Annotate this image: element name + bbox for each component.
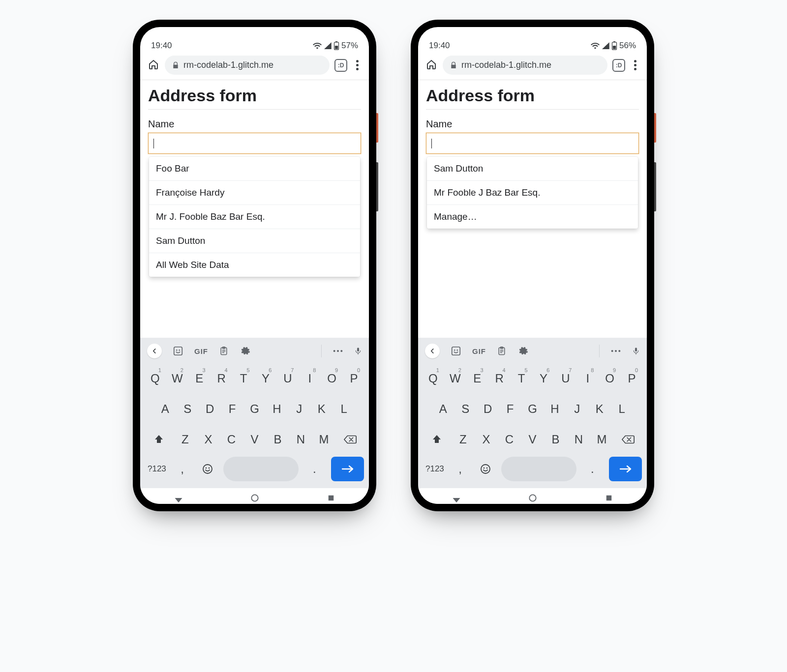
key-S[interactable]: S xyxy=(455,396,475,422)
enter-key[interactable] xyxy=(609,457,642,481)
key-I[interactable]: 8I xyxy=(577,365,598,392)
key-Q[interactable]: 1Q xyxy=(423,365,443,392)
key-J[interactable]: J xyxy=(567,396,587,422)
key-B[interactable]: B xyxy=(545,426,566,453)
more-icon[interactable] xyxy=(610,349,621,353)
symbols-key[interactable]: ?123 xyxy=(145,457,169,481)
nav-home-icon[interactable] xyxy=(528,493,538,503)
key-C[interactable]: C xyxy=(221,426,242,453)
autofill-option[interactable]: Mr Fooble J Baz Bar Esq. xyxy=(427,181,638,205)
key-F[interactable]: F xyxy=(500,396,520,422)
autofill-option[interactable]: Sam Dutton xyxy=(427,157,638,181)
key-L[interactable]: L xyxy=(612,396,632,422)
key-V[interactable]: V xyxy=(522,426,543,453)
key-B[interactable]: B xyxy=(267,426,288,453)
key-D[interactable]: D xyxy=(200,396,220,422)
key-O[interactable]: 9O xyxy=(600,365,620,392)
key-D[interactable]: D xyxy=(478,396,498,422)
address-bar[interactable]: rm-codelab-1.glitch.me xyxy=(443,56,607,75)
autofill-option[interactable]: Foo Bar xyxy=(149,157,360,181)
key-C[interactable]: C xyxy=(499,426,520,453)
key-V[interactable]: V xyxy=(244,426,265,453)
gif-button[interactable]: GIF xyxy=(472,347,486,355)
key-N[interactable]: N xyxy=(290,426,311,453)
key-K[interactable]: K xyxy=(311,396,332,422)
key-Y[interactable]: 6Y xyxy=(534,365,554,392)
key-U[interactable]: 7U xyxy=(555,365,575,392)
key-K[interactable]: K xyxy=(589,396,609,422)
tab-switcher[interactable]: :D xyxy=(334,59,347,72)
more-icon[interactable] xyxy=(333,349,343,353)
backspace-key[interactable] xyxy=(614,426,642,453)
shift-key[interactable] xyxy=(145,426,173,453)
enter-key[interactable] xyxy=(331,457,364,481)
period-key[interactable]: . xyxy=(303,457,326,481)
kb-collapse-icon[interactable] xyxy=(147,344,162,358)
gif-button[interactable]: GIF xyxy=(194,347,208,355)
key-O[interactable]: 9O xyxy=(322,365,342,392)
home-button[interactable] xyxy=(147,58,160,72)
power-button[interactable] xyxy=(654,113,656,143)
address-bar[interactable]: rm-codelab-1.glitch.me xyxy=(165,56,330,75)
key-Z[interactable]: Z xyxy=(453,426,474,453)
mic-icon[interactable] xyxy=(632,346,640,356)
volume-button[interactable] xyxy=(376,162,378,211)
space-key[interactable] xyxy=(223,457,299,481)
overflow-menu[interactable] xyxy=(630,60,640,70)
key-T[interactable]: 5T xyxy=(512,365,532,392)
autofill-option[interactable]: Mr J. Fooble Baz Bar Esq. xyxy=(149,205,360,229)
autofill-option[interactable]: Manage… xyxy=(427,205,638,229)
key-U[interactable]: 7U xyxy=(277,365,298,392)
key-G[interactable]: G xyxy=(244,396,265,422)
key-W[interactable]: 2W xyxy=(167,365,187,392)
comma-key[interactable]: , xyxy=(449,457,472,481)
period-key[interactable]: . xyxy=(580,457,604,481)
key-L[interactable]: L xyxy=(334,396,354,422)
key-N[interactable]: N xyxy=(568,426,589,453)
volume-button[interactable] xyxy=(654,162,656,211)
key-H[interactable]: H xyxy=(545,396,565,422)
name-input[interactable] xyxy=(148,133,361,154)
key-A[interactable]: A xyxy=(155,396,175,422)
key-Y[interactable]: 6Y xyxy=(256,365,276,392)
key-Z[interactable]: Z xyxy=(175,426,196,453)
key-E[interactable]: 3E xyxy=(467,365,487,392)
gear-icon[interactable] xyxy=(517,346,528,356)
key-R[interactable]: 4R xyxy=(212,365,232,392)
sticker-icon[interactable] xyxy=(451,346,461,356)
backspace-key[interactable] xyxy=(336,426,364,453)
autofill-option[interactable]: All Web Site Data xyxy=(149,253,360,277)
key-S[interactable]: S xyxy=(177,396,197,422)
key-I[interactable]: 8I xyxy=(300,365,320,392)
key-M[interactable]: M xyxy=(591,426,612,453)
clipboard-icon[interactable] xyxy=(497,346,507,356)
emoji-key[interactable] xyxy=(474,457,498,481)
key-G[interactable]: G xyxy=(522,396,543,422)
key-F[interactable]: F xyxy=(222,396,242,422)
autofill-option[interactable]: Françoise Hardy xyxy=(149,181,360,205)
name-input[interactable] xyxy=(426,133,639,154)
nav-back-icon[interactable] xyxy=(452,493,461,503)
key-W[interactable]: 2W xyxy=(445,365,465,392)
key-X[interactable]: X xyxy=(476,426,497,453)
space-key[interactable] xyxy=(501,457,576,481)
nav-recent-icon[interactable] xyxy=(327,494,335,502)
key-T[interactable]: 5T xyxy=(234,365,254,392)
key-A[interactable]: A xyxy=(433,396,453,422)
key-P[interactable]: 0P xyxy=(344,365,364,392)
key-M[interactable]: M xyxy=(313,426,334,453)
comma-key[interactable]: , xyxy=(171,457,194,481)
power-button[interactable] xyxy=(376,113,378,143)
clipboard-icon[interactable] xyxy=(219,346,229,356)
tab-switcher[interactable]: :D xyxy=(612,59,625,72)
symbols-key[interactable]: ?123 xyxy=(423,457,447,481)
key-H[interactable]: H xyxy=(267,396,287,422)
gear-icon[interactable] xyxy=(240,346,250,356)
key-E[interactable]: 3E xyxy=(189,365,210,392)
key-P[interactable]: 0P xyxy=(622,365,642,392)
emoji-key[interactable] xyxy=(196,457,220,481)
key-R[interactable]: 4R xyxy=(489,365,510,392)
nav-home-icon[interactable] xyxy=(250,493,260,503)
key-J[interactable]: J xyxy=(289,396,309,422)
overflow-menu[interactable] xyxy=(352,60,362,70)
